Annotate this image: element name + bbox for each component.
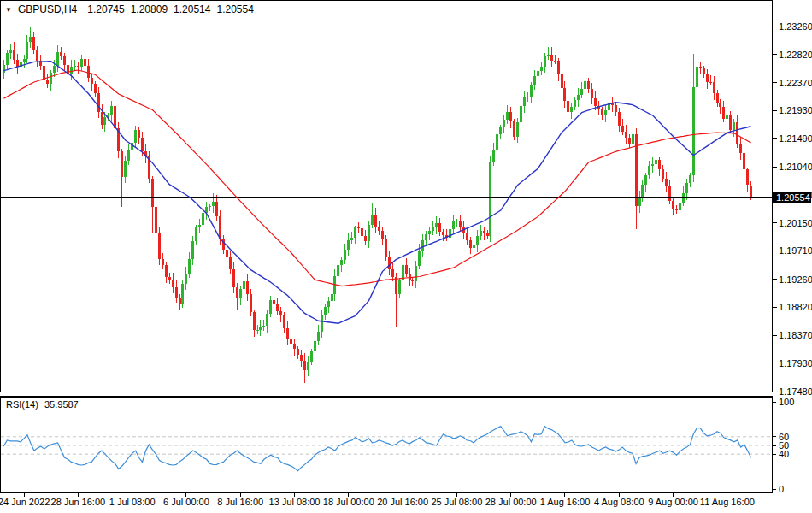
- rsi-indicator-label: RSI(14) 35.9587: [6, 399, 82, 410]
- symbol-marker-icon: ▼: [5, 6, 12, 14]
- chart-window: 1.232601.228201.223701.219301.214901.210…: [0, 0, 812, 513]
- symbol-timeframe-label: GBPUSD,H4: [18, 3, 77, 15]
- rsi-name-label: RSI(14): [6, 399, 38, 410]
- price-scale[interactable]: [772, 0, 812, 492]
- ohlc-open-value: 1.20745: [87, 3, 124, 15]
- time-scale[interactable]: [0, 492, 812, 513]
- chart-header: ▼ GBPUSD,H4 1.20745 1.20809 1.20514 1.20…: [5, 3, 260, 15]
- rsi-area[interactable]: [0, 396, 772, 492]
- ohlc-high-value: 1.20809: [131, 3, 168, 15]
- chart-svg: 1.232601.228201.223701.219301.214901.210…: [0, 0, 812, 513]
- ohlc-low-value: 1.20514: [174, 3, 210, 15]
- current-price-tag: 1.20554: [773, 192, 811, 203]
- chart-area[interactable]: [0, 0, 772, 392]
- ohlc-close-value: 1.20554: [216, 3, 253, 15]
- rsi-current-value: 35.9587: [44, 399, 79, 410]
